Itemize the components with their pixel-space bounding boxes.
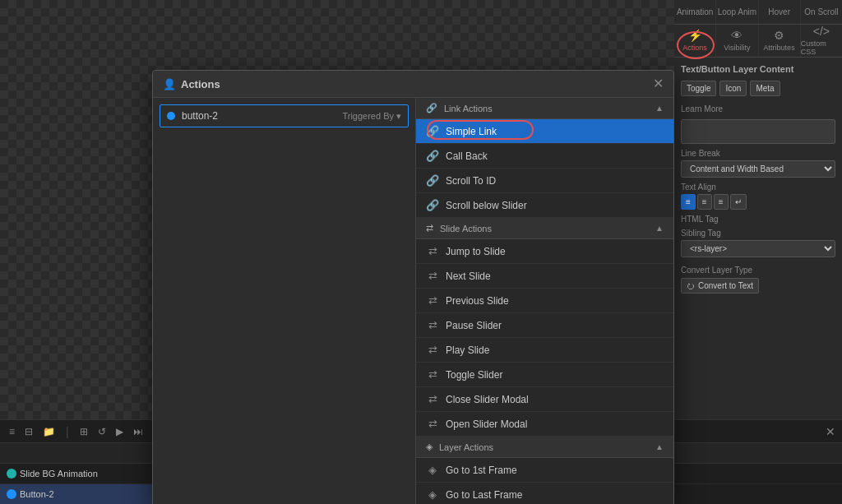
line-break-select[interactable]: Content and Width Based <box>681 160 835 178</box>
learn-more-label: Learn More <box>681 104 835 113</box>
tl-button2-icon <box>7 489 16 499</box>
convert-icon: ⭮ <box>687 281 695 290</box>
tl-button2-name: Button-2 <box>20 489 165 499</box>
action-close-modal[interactable]: ⇄ Close Slider Modal <box>416 387 673 412</box>
right-panel: Animation Loop Anim Hover On Scroll ⚡ Ac… <box>674 0 842 419</box>
callback-icon: 🔗 <box>426 150 439 162</box>
action-scroll-to-id[interactable]: 🔗 Scroll To ID <box>416 169 673 193</box>
visibility-icon: 👁 <box>731 29 743 42</box>
panel-title: Text/Button Layer Content <box>681 64 835 74</box>
attributes-icon: ⚙ <box>774 29 784 42</box>
tab-animation[interactable]: Animation <box>674 0 716 24</box>
top-toolbar: Animation Loop Anim Hover On Scroll ⚡ Ac… <box>674 0 842 58</box>
tab-hover[interactable]: Hover <box>759 0 801 24</box>
tl-layer-button2[interactable]: Button-2 <box>0 484 172 504</box>
sibling-tag-row: Sibling Tag <rs-layer> <box>681 229 835 257</box>
modal-title: 👤 Actions <box>163 78 220 90</box>
slide-actions-toggle[interactable]: ▲ <box>655 224 664 233</box>
action-toggle-slider[interactable]: ⇄ Toggle Slider <box>416 363 673 387</box>
tl-icon-next[interactable]: ⏭ <box>131 424 146 439</box>
icon-btn[interactable]: Icon <box>719 81 747 96</box>
tl-icon-1[interactable]: ≡ <box>7 424 17 439</box>
convert-layer-section: Convert Layer Type ⭮ Convert to Text <box>681 266 835 294</box>
action-simple-link[interactable]: 🔗 Simple Link <box>416 119 673 144</box>
layer-actions-icon: ◈ <box>426 442 433 452</box>
jump-slide-icon: ⇄ <box>426 245 439 257</box>
action-open-modal[interactable]: ⇄ Open Slider Modal <box>416 412 673 437</box>
html-tag-label: HTML Tag <box>681 215 835 224</box>
toggle-slider-icon: ⇄ <box>426 368 439 381</box>
align-justify-btn[interactable]: ↵ <box>730 194 747 210</box>
layer-name: button-2 <box>182 110 335 122</box>
action-scroll-below-slider[interactable]: 🔗 Scroll below Slider <box>416 193 673 218</box>
scroll-id-icon: 🔗 <box>426 174 439 187</box>
modal-actions-panel: 🔗 Link Actions ▲ 🔗 Simple Link 🔗 Call Ba… <box>416 98 673 504</box>
tl-icon-grid[interactable]: ⊞ <box>77 424 90 439</box>
line-break-label: Line Break <box>681 149 835 158</box>
modal-layers-panel: button-2 Triggered By ▾ <box>153 98 416 504</box>
action-call-back[interactable]: 🔗 Call Back <box>416 144 673 169</box>
toggle-btn[interactable]: Toggle <box>681 81 716 96</box>
placeholder-input[interactable] <box>681 119 835 144</box>
close-modal-icon: ⇄ <box>426 393 439 405</box>
action-go-to-1st-frame[interactable]: ◈ Go to 1st Frame <box>416 458 673 483</box>
right-panel-content: Text/Button Layer Content Toggle Icon Me… <box>674 58 842 419</box>
modal-close-btn[interactable]: ✕ <box>653 77 664 90</box>
first-frame-icon: ◈ <box>426 464 439 476</box>
tab-custom-css[interactable]: </> Custom CSS <box>801 25 842 57</box>
tl-slide-bg-icon <box>7 469 16 479</box>
layer-dot <box>167 112 175 120</box>
html-tag-row: HTML Tag <box>681 215 835 224</box>
tab-actions[interactable]: ⚡ Actions <box>674 25 716 57</box>
css-icon: </> <box>813 25 830 38</box>
modal-title-icon: 👤 <box>163 78 176 90</box>
text-align-row: Text Align ≡ ≡ ≡ ↵ <box>681 183 835 210</box>
tab-attributes[interactable]: ⚙ Attributes <box>759 25 801 57</box>
toolbar-row2: ⚡ Actions 👁 Visibility ⚙ Attributes </> … <box>674 25 842 57</box>
tl-icon-play[interactable]: ▶ <box>113 424 126 439</box>
timeline-layers: Slide BG Animation ▶ Button-2 Text-1 <box>0 443 173 504</box>
tl-slide-bg-name: Slide BG Animation <box>20 469 155 479</box>
action-play-slide[interactable]: ⇄ Play Slide <box>416 338 673 363</box>
convert-btn[interactable]: ⭮ Convert to Text <box>681 278 759 294</box>
tl-icon-folder[interactable]: 📁 <box>40 424 58 439</box>
tl-close-btn[interactable]: ✕ <box>826 425 835 438</box>
slide-actions-header: ⇄ Slide Actions ▲ <box>416 218 673 239</box>
align-right-btn[interactable]: ≡ <box>714 194 729 210</box>
play-slide-icon: ⇄ <box>426 344 439 356</box>
panel-toggle-row: Toggle Icon Meta <box>681 81 835 96</box>
tab-visibility[interactable]: 👁 Visibility <box>716 25 758 57</box>
align-center-btn[interactable]: ≡ <box>697 194 712 210</box>
tl-icon-2[interactable]: ⊟ <box>22 424 35 439</box>
tl-layer-slide-bg[interactable]: Slide BG Animation ▶ <box>0 464 172 484</box>
tl-separator1: | <box>66 425 69 438</box>
action-pause-slider[interactable]: ⇄ Pause Slider <box>416 313 673 338</box>
action-go-to-last-frame[interactable]: ◈ Go to Last Frame <box>416 483 673 504</box>
tl-layers-header <box>0 443 172 464</box>
action-jump-to-slide[interactable]: ⇄ Jump to Slide <box>416 239 673 264</box>
sibling-tag-label: Sibling Tag <box>681 229 835 238</box>
pause-slider-icon: ⇄ <box>426 319 439 331</box>
text-align-label: Text Align <box>681 183 835 192</box>
link-action-icon: 🔗 <box>426 125 439 137</box>
action-previous-slide[interactable]: ⇄ Previous Slide <box>416 289 673 313</box>
sibling-tag-select[interactable]: <rs-layer> <box>681 240 835 257</box>
slide-icon: ⇄ <box>426 223 433 234</box>
actions-icon: ⚡ <box>688 29 702 42</box>
modal-header: 👤 Actions ✕ <box>153 71 673 98</box>
last-frame-icon: ◈ <box>426 488 439 501</box>
scroll-below-icon: 🔗 <box>426 199 439 211</box>
meta-btn[interactable]: Meta <box>750 81 780 96</box>
modal-layer-item[interactable]: button-2 Triggered By ▾ <box>160 104 409 127</box>
tab-loop-anim[interactable]: Loop Anim <box>716 0 758 24</box>
prev-slide-icon: ⇄ <box>426 294 439 307</box>
tab-on-scroll[interactable]: On Scroll <box>801 0 842 24</box>
tl-icon-refresh[interactable]: ↺ <box>95 424 109 439</box>
link-actions-toggle[interactable]: ▲ <box>655 104 664 113</box>
layer-actions-toggle[interactable]: ▲ <box>655 442 664 451</box>
action-next-slide[interactable]: ⇄ Next Slide <box>416 264 673 289</box>
open-modal-icon: ⇄ <box>426 418 439 430</box>
align-left-btn[interactable]: ≡ <box>681 194 696 210</box>
link-icon: 🔗 <box>426 103 437 113</box>
next-slide-icon: ⇄ <box>426 270 439 282</box>
